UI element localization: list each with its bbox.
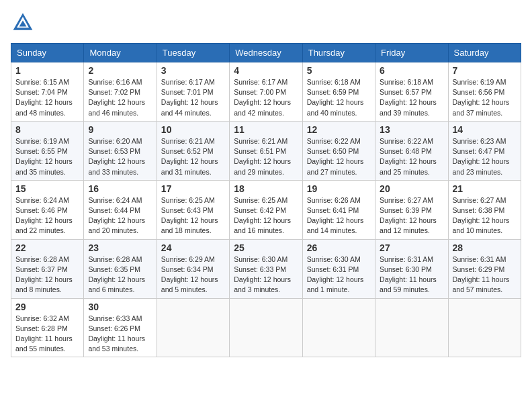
logo-icon	[11, 11, 35, 35]
day-number: 1	[15, 65, 79, 76]
day-number: 6	[380, 65, 443, 76]
day-info: Sunrise: 6:29 AMSunset: 6:34 PMDaylight:…	[161, 255, 225, 295]
calendar-header-row: SundayMondayTuesdayWednesdayThursdayFrid…	[11, 44, 521, 62]
calendar-header-friday: Friday	[375, 44, 448, 62]
calendar-cell: 29Sunrise: 6:32 AMSunset: 6:28 PMDayligh…	[11, 298, 84, 357]
day-info: Sunrise: 6:25 AMSunset: 6:43 PMDaylight:…	[161, 195, 225, 236]
calendar-cell: 28Sunrise: 6:31 AMSunset: 6:29 PMDayligh…	[448, 239, 521, 298]
calendar-cell: 24Sunrise: 6:29 AMSunset: 6:34 PMDayligh…	[157, 239, 229, 298]
logo	[11, 11, 38, 35]
calendar-cell: 18Sunrise: 6:25 AMSunset: 6:42 PMDayligh…	[230, 180, 302, 239]
day-number: 26	[307, 242, 371, 253]
day-number: 22	[15, 242, 79, 253]
day-info: Sunrise: 6:28 AMSunset: 6:37 PMDaylight:…	[15, 255, 79, 295]
day-number: 11	[234, 124, 298, 135]
calendar-header-sunday: Sunday	[11, 44, 84, 62]
calendar-cell: 1Sunrise: 6:15 AMSunset: 7:04 PMDaylight…	[11, 62, 84, 122]
calendar-cell: 10Sunrise: 6:21 AMSunset: 6:52 PMDayligh…	[157, 121, 229, 180]
day-number: 29	[15, 302, 79, 312]
calendar-cell: 6Sunrise: 6:18 AMSunset: 6:57 PMDaylight…	[375, 62, 448, 122]
day-number: 27	[380, 242, 443, 253]
calendar-cell: 30Sunrise: 6:33 AMSunset: 6:26 PMDayligh…	[84, 298, 157, 357]
day-number: 8	[15, 124, 79, 135]
day-info: Sunrise: 6:27 AMSunset: 6:39 PMDaylight:…	[380, 195, 443, 236]
day-info: Sunrise: 6:18 AMSunset: 6:59 PMDaylight:…	[307, 77, 371, 118]
calendar-week-row: 29Sunrise: 6:32 AMSunset: 6:28 PMDayligh…	[11, 298, 521, 357]
day-info: Sunrise: 6:21 AMSunset: 6:52 PMDaylight:…	[161, 136, 225, 177]
day-number: 7	[453, 65, 517, 76]
day-number: 2	[88, 65, 152, 76]
day-info: Sunrise: 6:30 AMSunset: 6:31 PMDaylight:…	[307, 255, 371, 295]
day-number: 18	[234, 183, 298, 194]
calendar-week-row: 15Sunrise: 6:24 AMSunset: 6:46 PMDayligh…	[11, 180, 521, 239]
calendar-cell: 20Sunrise: 6:27 AMSunset: 6:39 PMDayligh…	[375, 180, 448, 239]
day-info: Sunrise: 6:27 AMSunset: 6:38 PMDaylight:…	[453, 195, 517, 236]
day-info: Sunrise: 6:32 AMSunset: 6:28 PMDaylight:…	[15, 314, 79, 355]
calendar-header-thursday: Thursday	[302, 44, 375, 62]
day-info: Sunrise: 6:33 AMSunset: 6:26 PMDaylight:…	[88, 314, 152, 355]
day-number: 15	[15, 183, 79, 194]
calendar-cell: 9Sunrise: 6:20 AMSunset: 6:53 PMDaylight…	[84, 121, 157, 180]
day-number: 10	[161, 124, 225, 135]
calendar-cell: 19Sunrise: 6:26 AMSunset: 6:41 PMDayligh…	[302, 180, 375, 239]
calendar-cell: 23Sunrise: 6:28 AMSunset: 6:35 PMDayligh…	[84, 239, 157, 298]
day-info: Sunrise: 6:15 AMSunset: 7:04 PMDaylight:…	[15, 77, 79, 118]
day-number: 20	[380, 183, 443, 194]
day-number: 25	[234, 242, 298, 253]
day-number: 14	[453, 124, 517, 135]
day-number: 24	[161, 242, 225, 253]
calendar-cell	[157, 298, 229, 357]
day-info: Sunrise: 6:22 AMSunset: 6:48 PMDaylight:…	[380, 136, 443, 177]
page-header	[11, 11, 521, 35]
calendar-cell: 2Sunrise: 6:16 AMSunset: 7:02 PMDaylight…	[84, 62, 157, 122]
calendar-cell: 26Sunrise: 6:30 AMSunset: 6:31 PMDayligh…	[302, 239, 375, 298]
calendar-cell	[230, 298, 302, 357]
calendar-cell: 13Sunrise: 6:22 AMSunset: 6:48 PMDayligh…	[375, 121, 448, 180]
day-info: Sunrise: 6:20 AMSunset: 6:53 PMDaylight:…	[88, 136, 152, 177]
day-number: 3	[161, 65, 225, 76]
day-info: Sunrise: 6:21 AMSunset: 6:51 PMDaylight:…	[234, 136, 298, 177]
calendar-cell: 21Sunrise: 6:27 AMSunset: 6:38 PMDayligh…	[448, 180, 521, 239]
day-number: 16	[88, 183, 152, 194]
day-info: Sunrise: 6:31 AMSunset: 6:30 PMDaylight:…	[380, 255, 443, 295]
calendar-cell: 25Sunrise: 6:30 AMSunset: 6:33 PMDayligh…	[230, 239, 302, 298]
day-number: 28	[453, 242, 517, 253]
calendar-cell: 4Sunrise: 6:17 AMSunset: 7:00 PMDaylight…	[230, 62, 302, 122]
day-number: 21	[453, 183, 517, 194]
day-info: Sunrise: 6:24 AMSunset: 6:46 PMDaylight:…	[15, 195, 79, 236]
calendar-cell: 17Sunrise: 6:25 AMSunset: 6:43 PMDayligh…	[157, 180, 229, 239]
calendar-cell: 12Sunrise: 6:22 AMSunset: 6:50 PMDayligh…	[302, 121, 375, 180]
day-number: 4	[234, 65, 298, 76]
day-info: Sunrise: 6:18 AMSunset: 6:57 PMDaylight:…	[380, 77, 443, 118]
day-number: 30	[88, 302, 152, 312]
calendar-cell	[302, 298, 375, 357]
calendar-cell: 5Sunrise: 6:18 AMSunset: 6:59 PMDaylight…	[302, 62, 375, 122]
day-number: 13	[380, 124, 443, 135]
day-number: 5	[307, 65, 371, 76]
day-number: 12	[307, 124, 371, 135]
day-info: Sunrise: 6:26 AMSunset: 6:41 PMDaylight:…	[307, 195, 371, 236]
calendar-cell: 3Sunrise: 6:17 AMSunset: 7:01 PMDaylight…	[157, 62, 229, 122]
day-number: 9	[88, 124, 152, 135]
day-info: Sunrise: 6:23 AMSunset: 6:47 PMDaylight:…	[453, 136, 517, 177]
calendar-header-wednesday: Wednesday	[230, 44, 302, 62]
day-info: Sunrise: 6:25 AMSunset: 6:42 PMDaylight:…	[234, 195, 298, 236]
calendar-header-monday: Monday	[84, 44, 157, 62]
day-info: Sunrise: 6:16 AMSunset: 7:02 PMDaylight:…	[88, 77, 152, 118]
calendar-cell: 14Sunrise: 6:23 AMSunset: 6:47 PMDayligh…	[448, 121, 521, 180]
calendar-cell: 15Sunrise: 6:24 AMSunset: 6:46 PMDayligh…	[11, 180, 84, 239]
day-info: Sunrise: 6:19 AMSunset: 6:55 PMDaylight:…	[15, 136, 79, 177]
day-info: Sunrise: 6:28 AMSunset: 6:35 PMDaylight:…	[88, 255, 152, 295]
calendar-cell	[448, 298, 521, 357]
calendar-cell: 7Sunrise: 6:19 AMSunset: 6:56 PMDaylight…	[448, 62, 521, 122]
calendar-cell	[375, 298, 448, 357]
day-info: Sunrise: 6:24 AMSunset: 6:44 PMDaylight:…	[88, 195, 152, 236]
calendar-cell: 16Sunrise: 6:24 AMSunset: 6:44 PMDayligh…	[84, 180, 157, 239]
calendar-table: SundayMondayTuesdayWednesdayThursdayFrid…	[11, 43, 521, 357]
calendar-week-row: 8Sunrise: 6:19 AMSunset: 6:55 PMDaylight…	[11, 121, 521, 180]
calendar-header-tuesday: Tuesday	[157, 44, 229, 62]
day-number: 19	[307, 183, 371, 194]
day-info: Sunrise: 6:30 AMSunset: 6:33 PMDaylight:…	[234, 255, 298, 295]
calendar-week-row: 1Sunrise: 6:15 AMSunset: 7:04 PMDaylight…	[11, 62, 521, 122]
day-info: Sunrise: 6:17 AMSunset: 7:01 PMDaylight:…	[161, 77, 225, 118]
